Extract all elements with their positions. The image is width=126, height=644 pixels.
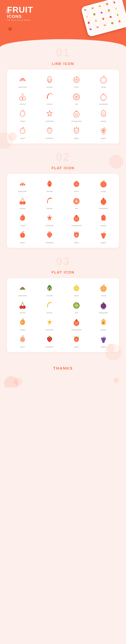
svg-point-101 [23,288,24,289]
icon-item-pomegranate-flat2: pomegranate [64,316,89,331]
icon-strawberry-line [44,125,55,136]
label-mango-flat2: mango [20,329,25,331]
svg-point-36 [50,130,51,131]
label-avocado-flat1: avocado [46,190,53,192]
icon-papaya-line [98,108,109,119]
section-number-3: 03 [56,255,70,268]
svg-point-116 [23,306,24,307]
icon-grid-flat1: watermelon avocado [10,178,116,244]
icon-item-orange-flat2: oranpe [91,282,116,297]
icon-item-papaya-flat2: papaya [91,316,116,331]
icon-item-strawberry-flat2: strawberry [37,334,62,348]
svg-point-29 [76,115,77,116]
icon-pomegranate-flat1 [71,212,82,224]
icon-item-mango-flat1: mango [10,212,36,226]
icon-kiwi-flat1 [71,195,82,206]
icon-kiwi-line [71,91,82,102]
icon-item-watermelon-flat1: watermelon [10,178,36,192]
icon-item-mango-line: mango [10,108,36,122]
label-carambola-flat1: carambola [46,224,54,226]
svg-point-33 [103,114,104,115]
section-flat1-content: 02 FLAT ICON [0,152,126,256]
svg-point-98 [104,234,105,234]
svg-point-26 [74,112,79,117]
icon-item-grapes-flat1: grapes [91,229,116,244]
icon-watermelon-flat2 [17,282,28,294]
icon-item-peach-line: peach [10,125,36,139]
svg-point-70 [76,200,77,202]
label-strawberry-line: strawberry [46,137,54,139]
icon-item-cherries-flat2: cherries [10,300,36,314]
section-title-flat1: FLAT ICON [7,166,119,170]
section-line: 01 LINE ICON [0,48,126,152]
label-kiwi-flat2: kiwi [75,312,78,314]
deco-circle-footer-3 [114,378,119,383]
svg-point-61 [22,201,26,204]
svg-point-97 [101,234,102,234]
section-flat1: 02 FLAT ICON [0,152,126,256]
label-papaya-line: papaya [101,120,106,122]
icon-kiwi-flat2 [71,300,82,311]
label-peach-line: peach [20,137,25,139]
svg-point-88 [50,234,50,234]
label-carambola-flat2: carambola [46,329,54,331]
icon-orange-flat2 [98,282,109,294]
svg-point-133 [75,324,76,325]
svg-point-151 [104,338,105,338]
svg-point-7 [49,80,50,82]
icon-grapes-line [98,125,109,136]
label-kiwi-line: kiwi [75,103,78,105]
icon-item-carambola-line: carambola [37,108,62,122]
label-pitaya-flat2: pitaya [74,346,79,348]
svg-point-124 [101,303,106,309]
icon-pomegranate-flat2 [71,316,82,328]
icon-orange-flat1 [98,178,109,189]
svg-point-48 [23,184,24,185]
svg-point-96 [102,236,104,239]
label-watermelon-line: watermelon [18,86,27,88]
icon-peach-line [17,125,28,136]
deco-circle-footer-2 [14,378,22,386]
label-cherries-line: cherries [20,103,26,105]
icon-item-strawberry-line: strawberry [37,125,62,139]
label-watermelon-flat1: watermelon [18,190,27,192]
svg-point-37 [48,130,49,130]
phone-mockup: 🍉 🥑 🍋 🍊 🍒 🍌 🥝 🍇 🥭 ⭐ 🍎 🍈 🍑 🍓 🌵 🍇 🍉 🍋 🥝 🍊 [81,0,126,37]
icon-item-lemon-flat1: lemon [64,178,89,192]
svg-point-86 [50,235,51,236]
label-peach-flat2: peach [20,346,25,348]
svg-point-35 [49,131,50,132]
svg-point-136 [103,322,104,324]
icon-banana-flat2 [44,300,55,311]
icon-item-cherries-flat1: cherries [10,195,36,210]
svg-point-100 [21,288,22,289]
svg-point-78 [77,218,78,219]
svg-marker-25 [47,110,52,116]
svg-point-14 [102,78,106,82]
icon-item-grapes-flat2: grapes [91,334,116,348]
svg-point-23 [76,96,77,97]
label-peach-flat1: peach [20,242,25,244]
icon-item-watermelon-flat2: watermelon [10,282,36,297]
label-banana-line: banana [47,103,52,105]
label-mango-line: mango [20,120,25,122]
icon-item-banana-flat2: banana [37,300,62,314]
label-lemon-line: lemon [74,86,79,88]
svg-point-77 [75,218,76,219]
icon-grid-flat2: watermelon avocado [10,282,116,348]
icon-peach-flat1 [17,229,28,240]
svg-point-102 [22,288,23,288]
label-lemon-flat1: lemon [74,190,79,192]
section-line-content: 01 LINE ICON [0,48,126,152]
label-orange-flat2: oranpe [101,295,106,297]
icon-cherries-line [17,91,28,102]
icon-item-grapes-line: grapes [91,125,116,139]
phone-screen: 🍉 🥑 🍋 🍊 🍒 🍌 🥝 🍇 🥭 ⭐ 🍎 🍈 🍑 🍓 🌵 🍇 🍉 🍋 🥝 🍊 [82,0,126,36]
icon-item-avocado-flat2: avocado [37,282,62,297]
icon-grapes-flat2 [98,334,109,345]
svg-point-123 [76,305,77,306]
icon-mangosteen-line [98,91,109,102]
deco-circle-3 [8,27,12,31]
svg-point-27 [75,114,76,114]
icon-item-strawberry-flat1: strawberry [37,229,62,244]
